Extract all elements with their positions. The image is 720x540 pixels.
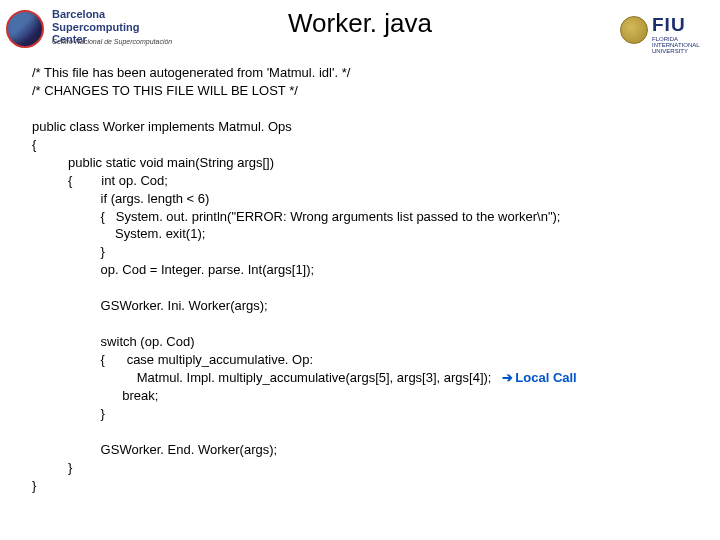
code-l18: Matmul. Impl. multiply_accumulative(args… [32, 370, 502, 385]
slide: Barcelona Supercomputing Center Centro N… [0, 0, 720, 540]
bsc-line1: Barcelona [52, 8, 105, 20]
code-l7: { int op. Cod; [32, 173, 168, 188]
bsc-line2: Supercomputing [52, 21, 139, 33]
code-l2: /* CHANGES TO THIS FILE WILL BE LOST */ [32, 83, 298, 98]
code-block: /* This file has been autogenerated from… [0, 58, 720, 495]
local-call-annotation: ➔Local Call [502, 370, 576, 385]
code-l11: } [32, 244, 105, 259]
code-l4: public class Worker implements Matmul. O… [32, 119, 292, 134]
code-l16: switch (op. Cod) [32, 334, 195, 349]
code-l22: GSWorker. End. Worker(args); [32, 442, 277, 457]
slide-header: Barcelona Supercomputing Center Centro N… [0, 0, 720, 58]
code-l8: if (args. length < 6) [32, 191, 209, 206]
code-l10: System. exit(1); [32, 226, 205, 241]
fiu-logo: FIU FLORIDA INTERNATIONAL UNIVERSITY [620, 8, 710, 52]
annotation-text: Local Call [515, 370, 576, 385]
code-l14: GSWorker. Ini. Worker(args); [32, 298, 268, 313]
code-l9: { System. out. println("ERROR: Wrong arg… [32, 209, 560, 224]
fiu-name: FIU [652, 14, 686, 36]
code-l17: { case multiply_accumulative. Op: [32, 352, 313, 367]
code-l20: } [32, 406, 105, 421]
arrow-right-icon: ➔ [502, 369, 513, 387]
fiu-seal-icon [620, 16, 648, 44]
bsc-logo: Barcelona Supercomputing Center Centro N… [6, 4, 186, 54]
code-l23: } [32, 460, 72, 475]
code-l24: } [32, 478, 36, 493]
code-l12: op. Cod = Integer. parse. Int(args[1]); [32, 262, 314, 277]
fiu-subtitle: FLORIDA INTERNATIONAL UNIVERSITY [652, 36, 710, 54]
code-l5: { [32, 137, 36, 152]
code-l19: break; [32, 388, 158, 403]
bsc-globe-icon [6, 10, 44, 48]
code-l6: public static void main(String args[]) [32, 155, 274, 170]
code-l1: /* This file has been autogenerated from… [32, 65, 350, 80]
bsc-subtitle: Centro Nacional de Supercomputación [52, 38, 172, 45]
